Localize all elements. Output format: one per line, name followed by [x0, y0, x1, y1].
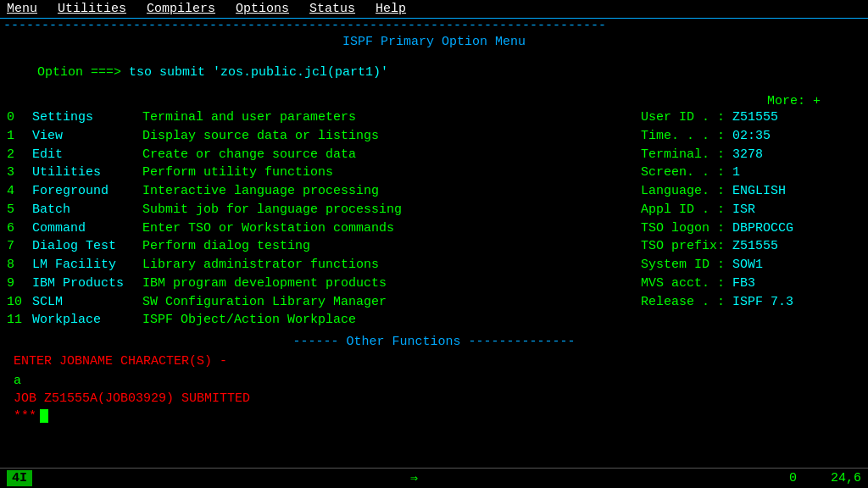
num-4: 4 [7, 182, 32, 201]
name-0[interactable]: Settings [32, 108, 142, 127]
option-value[interactable]: tso submit 'zos.public.jcl(part1)' [129, 65, 388, 80]
menu-item-compilers[interactable]: Compilers [147, 2, 215, 16]
num-8: 8 [7, 256, 32, 274]
desc-9: IBM program development products [142, 274, 641, 293]
info-3: Screen. . : 1 [641, 164, 861, 182]
num-0: 0 [7, 108, 32, 127]
name-2[interactable]: Edit [32, 146, 142, 164]
desc-6: Enter TSO or Workstation commands [142, 219, 641, 238]
desc-11: ISPF Object/Action Workplace [142, 311, 641, 330]
menu-row-2: 2 Edit Create or change source data Term… [7, 146, 861, 164]
option-label: Option ===> [37, 65, 129, 80]
num-9: 9 [7, 274, 32, 293]
desc-2: Create or change source data [142, 146, 641, 164]
name-5[interactable]: Batch [32, 201, 142, 219]
info-7: TSO prefix: Z51555 [641, 237, 861, 256]
name-9[interactable]: IBM Products [32, 274, 142, 293]
info-9: MVS acct. : FB3 [641, 274, 861, 293]
num-7: 7 [7, 237, 32, 256]
desc-0: Terminal and user parameters [142, 108, 641, 127]
info-10: Release . : ISPF 7.3 [641, 293, 861, 312]
message-area: ENTER JOBNAME CHARACTER(S) - a JOB Z5155… [7, 352, 861, 425]
num-5: 5 [7, 201, 32, 219]
more-label: More: [767, 94, 805, 108]
name-4[interactable]: Foreground [32, 182, 142, 201]
menu-table: 0 Settings Terminal and user parameters … [7, 108, 861, 330]
cursor [40, 409, 48, 423]
menu-row-6: 6 Command Enter TSO or Workstation comma… [7, 219, 861, 238]
menu-row-5: 5 Batch Submit job for language processi… [7, 201, 861, 219]
msg-input[interactable]: a [14, 372, 854, 390]
name-3[interactable]: Utilities [32, 164, 142, 182]
desc-8: Library administrator functions [142, 256, 641, 274]
desc-3: Perform utility functions [142, 164, 641, 182]
name-8[interactable]: LM Facility [32, 256, 142, 274]
more-symbol: + [813, 94, 821, 108]
info-5: Appl ID . : ISR [641, 201, 861, 219]
info-0: User ID . : Z51555 [641, 108, 861, 127]
status-position: 24,6 [831, 471, 861, 485]
menu-item-menu[interactable]: Menu [7, 2, 37, 16]
msg-enter: ENTER JOBNAME CHARACTER(S) - [14, 352, 854, 372]
desc-4: Interactive language processing [142, 182, 641, 201]
desc-1: Display source data or listings [142, 127, 641, 146]
name-10[interactable]: SCLM [32, 293, 142, 312]
msg-job: JOB Z51555A(JOB03929) SUBMITTED [14, 390, 854, 408]
name-1[interactable]: View [32, 127, 142, 146]
num-3: 3 [7, 164, 32, 182]
terminal-screen: Menu Utilities Compilers Options Status … [0, 0, 868, 488]
menu-item-options[interactable]: Options [236, 2, 289, 16]
num-6: 6 [7, 219, 32, 238]
desc-5: Submit job for language processing [142, 201, 641, 219]
option-prompt-row: Option ===> tso submit 'zos.public.jcl(p… [0, 51, 868, 94]
arrow-icon: ⇒ [39, 470, 789, 486]
menu-row-1: 1 View Display source data or listings T… [7, 127, 861, 146]
menu-item-status[interactable]: Status [309, 2, 355, 16]
desc-10: SW Configuration Library Manager [142, 293, 641, 312]
num-1: 1 [7, 127, 32, 146]
page-title: ISPF Primary Option Menu [0, 33, 868, 51]
info-4: Language. : ENGLISH [641, 182, 861, 201]
more-row: More: + [0, 94, 868, 108]
info-11 [641, 311, 861, 330]
status-right: 0 24,6 [789, 471, 861, 485]
menu-item-utilities[interactable]: Utilities [58, 2, 126, 16]
statusbar: 4I ⇒ 0 24,6 [0, 468, 868, 488]
menu-row-11: 11 Workplace ISPF Object/Action Workplac… [7, 311, 861, 330]
msg-stars: *** [14, 408, 854, 425]
name-7[interactable]: Dialog Test [32, 237, 142, 256]
info-8: System ID : SOW1 [641, 256, 861, 274]
num-2: 2 [7, 146, 32, 164]
menu-row-8: 8 LM Facility Library administrator func… [7, 256, 861, 274]
name-11[interactable]: Workplace [32, 311, 142, 330]
separator-top: ----------------------------------------… [0, 19, 868, 33]
status-count: 0 [789, 471, 797, 485]
menubar: Menu Utilities Compilers Options Status … [0, 0, 868, 19]
num-11: 11 [7, 311, 32, 330]
tab-indicator[interactable]: 4I [7, 470, 32, 486]
menu-row-3: 3 Utilities Perform utility functions Sc… [7, 164, 861, 182]
name-6[interactable]: Command [32, 219, 142, 238]
info-6: TSO logon : DBPROCCG [641, 219, 861, 238]
menu-row-10: 10 SCLM SW Configuration Library Manager… [7, 293, 861, 312]
menu-row-4: 4 Foreground Interactive language proces… [7, 182, 861, 201]
menu-row-0: 0 Settings Terminal and user parameters … [7, 108, 861, 127]
desc-7: Perform dialog testing [142, 237, 641, 256]
menu-row-9: 9 IBM Products IBM program development p… [7, 274, 861, 293]
info-1: Time. . . : 02:35 [641, 127, 861, 146]
info-2: Terminal. : 3278 [641, 146, 861, 164]
content-area: 0 Settings Terminal and user parameters … [0, 108, 868, 468]
num-10: 10 [7, 293, 32, 312]
stars-text: *** [14, 408, 36, 425]
menu-row-7: 7 Dialog Test Perform dialog testing TSO… [7, 237, 861, 256]
menu-item-help[interactable]: Help [376, 2, 406, 16]
other-functions: ------ Other Functions -------------- [7, 330, 861, 352]
